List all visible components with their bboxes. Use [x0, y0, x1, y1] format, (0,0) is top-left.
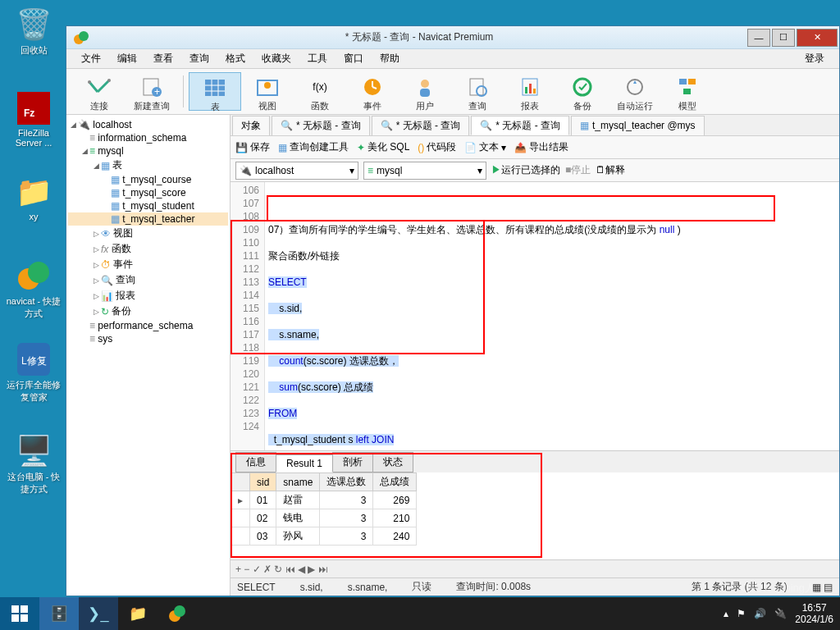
taskbar: 🗄️ ❯_ 📁 ▴ ⚑ 🔊 🔌 16:572024/1/6 [0, 597, 840, 630]
explain-button[interactable]: 🗒解释 [596, 163, 625, 177]
menu-format[interactable]: 格式 [217, 52, 253, 66]
desktop-icon-repair[interactable]: L修复 运行库全能修复管家 [5, 341, 62, 404]
toolbar-view[interactable]: 视图 [241, 72, 294, 111]
grid-nav-toolbar[interactable]: + − ✓ ✗ ↻ ⏮ ◀ ▶ ⏭ [231, 559, 839, 578]
desktop-icon-pc[interactable]: 🖥️ 这台电脑 - 快捷方式 [5, 433, 62, 495]
tree-node[interactable]: ▷👁 视图 [68, 226, 228, 241]
toolbar-function[interactable]: f(x)函数 [294, 72, 346, 111]
tree-db[interactable]: ≡ performance_schema [68, 319, 228, 332]
toolbar-model[interactable]: 模型 [661, 72, 714, 111]
svg-point-31 [574, 79, 591, 95]
builder-button[interactable]: ▦查询创建工具 [278, 140, 349, 154]
code-area[interactable]: 07）查询所有同学的学生编号、学生姓名、选课总数、所有课程的总成绩(没成绩的显示… [265, 182, 839, 450]
menu-help[interactable]: 帮助 [372, 52, 408, 66]
beautify-button[interactable]: ✦美化 SQL [357, 140, 409, 154]
start-button[interactable] [0, 597, 39, 630]
pc-icon: 🖥️ [16, 433, 52, 469]
tray-flag-icon[interactable]: ⚑ [737, 608, 746, 619]
desktop-label: xy [5, 212, 62, 221]
toolbar-event[interactable]: 事件 [346, 72, 399, 111]
tree-table[interactable]: ▦ t_mysql_score [68, 186, 228, 199]
svg-point-9 [107, 79, 111, 82]
menu-view[interactable]: 查看 [145, 52, 181, 66]
desktop-label: 运行库全能修复管家 [5, 379, 62, 404]
login-link[interactable]: 登录 [797, 52, 833, 66]
result-tab-status[interactable]: 状态 [372, 452, 413, 472]
tree-table[interactable]: ▦ t_mysql_course [68, 173, 228, 186]
svg-point-19 [264, 82, 271, 89]
toolbar-query[interactable]: 查询 [451, 72, 504, 111]
window-title: * 无标题 - 查询 - Navicat Premium [91, 30, 747, 44]
repair-icon: L修复 [16, 341, 52, 377]
tree-node[interactable]: ▷⏱ 事件 [68, 257, 228, 272]
desktop-icon-recycle[interactable]: 🗑️ 回收站 [5, 7, 62, 57]
result-grid[interactable]: sidsname选课总数总成绩 ▸01赵雷3269 02钱电3210 03孙风3… [231, 472, 839, 559]
tree-table[interactable]: ▦ t_mysql_student [68, 199, 228, 212]
recycle-icon: 🗑️ [16, 7, 52, 43]
system-tray[interactable]: ▴ ⚑ 🔊 🔌 16:572024/1/6 [717, 602, 840, 625]
toolbar-new-query[interactable]: +新建查询 [126, 72, 178, 111]
text-button[interactable]: 📄文本 ▾ [464, 140, 506, 154]
tab-table[interactable]: ▦t_mysql_teacher @mys [571, 116, 705, 135]
svg-point-7 [79, 31, 89, 41]
run-button[interactable]: ▶运行已选择的 [491, 163, 560, 177]
table-icon: ▦ [111, 213, 120, 225]
task-server-manager[interactable]: 🗄️ [39, 597, 79, 630]
menu-fav[interactable]: 收藏夹 [253, 52, 299, 66]
tree-node[interactable]: ▷fx 函数 [68, 241, 228, 257]
query-toolbar: 💾保存 ▦查询创建工具 ✦美化 SQL ()代码段 📄文本 ▾ 📤导出结果 [231, 136, 839, 159]
sql-editor[interactable]: 1061071081091101111121131141151161171181… [231, 182, 839, 450]
svg-rect-36 [11, 605, 19, 613]
menu-query[interactable]: 查询 [181, 52, 217, 66]
tray-up-icon[interactable]: ▴ [724, 608, 728, 619]
tree-table[interactable]: ▦ t_mysql_teacher [68, 212, 228, 226]
tree-db[interactable]: ≡ sys [68, 332, 228, 345]
tree-node[interactable]: ▷📊 报表 [68, 288, 228, 304]
close-button[interactable]: ✕ [797, 29, 838, 47]
maximize-button[interactable]: ☐ [772, 29, 795, 47]
task-explorer[interactable]: 📁 [118, 597, 158, 630]
toolbar-backup[interactable]: 备份 [556, 72, 609, 111]
menu-edit[interactable]: 编辑 [109, 52, 145, 66]
tab-query[interactable]: 🔍* 无标题 - 查询 [272, 116, 370, 135]
connection-tree[interactable]: ◢🔌 localhost ≡ information_schema ◢≡ mys… [66, 115, 231, 596]
toolbar-table[interactable]: 表 [189, 72, 241, 111]
task-navicat[interactable] [158, 597, 197, 630]
db-select[interactable]: ≡mysql▾ [363, 162, 486, 180]
tray-network-icon[interactable]: 🔌 [774, 608, 787, 619]
svg-text:+: + [154, 86, 160, 97]
result-tab-result1[interactable]: Result 1 [276, 454, 333, 472]
toolbar-user[interactable]: 用户 [399, 72, 451, 111]
result-tab-info[interactable]: 信息 [235, 452, 276, 472]
tab-objects[interactable]: 对象 [232, 116, 270, 135]
save-button[interactable]: 💾保存 [235, 140, 270, 154]
toolbar-connect[interactable]: 连接 [73, 72, 126, 111]
svg-rect-29 [529, 84, 532, 94]
desktop-icon-navicat[interactable]: navicat - 快捷方式 [5, 258, 62, 320]
svg-rect-33 [679, 79, 687, 84]
server-select[interactable]: 🔌localhost▾ [235, 162, 358, 180]
minimize-button[interactable]: — [747, 29, 770, 47]
tree-node[interactable]: ▷🔍 查询 [68, 272, 228, 288]
task-powershell[interactable]: ❯_ [79, 597, 118, 630]
tab-query-active[interactable]: 🔍* 无标题 - 查询 [471, 116, 569, 135]
folder-icon: 📁 [16, 174, 52, 210]
toolbar-report[interactable]: 报表 [504, 72, 556, 111]
svg-rect-24 [420, 89, 430, 97]
tree-node[interactable]: ▷↻ 备份 [68, 304, 228, 319]
desktop-icon-folder[interactable]: 📁 xy [5, 174, 62, 221]
table-icon: ▦ [111, 200, 120, 212]
tray-volume-icon[interactable]: 🔊 [754, 608, 766, 619]
result-tab-profile[interactable]: 剖析 [332, 452, 373, 472]
toolbar-auto[interactable]: 自动运行 [609, 72, 661, 111]
clock[interactable]: 16:572024/1/6 [795, 602, 833, 625]
line-gutter: 1061071081091101111121131141151161171181… [231, 182, 265, 450]
desktop-icon-filezilla[interactable]: Fz FileZilla Server ... [5, 90, 62, 148]
menu-tools[interactable]: 工具 [299, 52, 336, 66]
export-button[interactable]: 📤导出结果 [514, 140, 568, 154]
snippet-button[interactable]: ()代码段 [418, 140, 456, 154]
menu-window[interactable]: 窗口 [336, 52, 372, 66]
tab-query[interactable]: 🔍* 无标题 - 查询 [372, 116, 470, 135]
menu-file[interactable]: 文件 [73, 52, 109, 66]
stop-button[interactable]: ■停止 [565, 163, 591, 177]
